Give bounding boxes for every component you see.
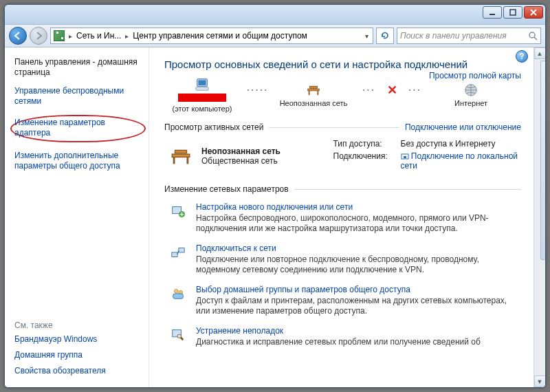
change-settings-header: Изменение сетевых параметров <box>164 184 521 194</box>
sidebar-sharing-link[interactable]: Изменить дополнительные параметры общего… <box>14 151 146 171</box>
node-internet[interactable]: Интернет <box>433 83 509 107</box>
tasks-list: Настройка нового подключения или сети На… <box>164 198 521 353</box>
search-input[interactable]: Поиск в панели управления <box>397 28 541 44</box>
task-troubleshoot[interactable]: Устранение неполадок Диагностика и испра… <box>164 322 521 353</box>
task-homegroup[interactable]: Выбор домашней группы и параметров общег… <box>164 281 521 322</box>
breadcrumb-part2[interactable]: Центр управления сетями и общим доступом <box>133 31 307 41</box>
minimize-icon <box>489 9 496 16</box>
ethernet-icon <box>401 152 409 160</box>
close-button[interactable] <box>524 6 543 19</box>
svg-point-2 <box>529 32 535 38</box>
seealso-homegroup-link[interactable]: Домашняя группа <box>14 350 146 360</box>
svg-rect-23 <box>173 294 184 298</box>
maximize-icon <box>509 9 516 16</box>
node-unknown-label: Неопознанная сеть <box>280 99 348 107</box>
search-placeholder: Поиск в панели управления <box>400 31 507 41</box>
task-desc: Диагностика и исправление сетевых пробле… <box>196 337 521 347</box>
svg-rect-9 <box>310 87 318 89</box>
connection-line-icon: ··· <box>355 85 383 95</box>
task-title[interactable]: Устранение неполадок <box>196 326 521 336</box>
connection-broken-icon: ✕ <box>387 83 397 98</box>
task-connect-network[interactable]: Подключиться к сети Подключение или повт… <box>164 239 521 281</box>
homegroup-icon <box>170 286 186 301</box>
sidebar: Панель управления - домашняя страница Уп… <box>5 47 149 387</box>
new-connection-icon <box>170 204 186 219</box>
seealso-firewall-link[interactable]: Брандмауэр Windows <box>14 334 146 345</box>
access-type-label: Тип доступа: <box>333 139 395 149</box>
maximize-button[interactable] <box>503 6 522 19</box>
sidebar-wireless-link[interactable]: Управление беспроводными сетями <box>14 86 146 107</box>
svg-rect-4 <box>199 80 206 85</box>
active-networks-header: Просмотр активных сетей Подключение или … <box>164 122 521 132</box>
close-icon <box>530 9 537 16</box>
active-networks-title: Просмотр активных сетей <box>164 122 263 132</box>
bench-icon <box>167 144 195 168</box>
svg-rect-5 <box>196 87 208 91</box>
chevron-right-icon: ▸ <box>67 32 74 40</box>
task-title[interactable]: Подключиться к сети <box>196 243 521 253</box>
access-type-value: Без доступа к Интернету <box>401 139 522 149</box>
svg-rect-1 <box>510 10 516 15</box>
node-unknown-network[interactable]: Неопознанная сеть <box>276 83 351 107</box>
refresh-button[interactable] <box>376 28 394 44</box>
svg-rect-8 <box>318 91 319 95</box>
main-panel: ? Просмотр основных сведений о сети и на… <box>149 47 534 387</box>
active-network-type: Общественная сеть <box>201 156 280 166</box>
navigation-bar: ▸ Сеть и Ин... ▸ Центр управления сетями… <box>5 24 545 47</box>
svg-rect-7 <box>309 91 310 95</box>
svg-rect-0 <box>490 14 495 15</box>
sidebar-home-link[interactable]: Панель управления - домашняя страница <box>14 57 146 78</box>
arrow-left-icon <box>13 31 23 41</box>
highlight-annotation: Изменение параметров адаптера <box>10 115 146 142</box>
change-settings-title: Изменение сетевых параметров <box>164 184 289 194</box>
connections-label: Подключения: <box>333 151 395 171</box>
page-title: Просмотр основных сведений о сети и наст… <box>164 58 521 70</box>
help-button[interactable]: ? <box>516 50 528 63</box>
task-title[interactable]: Настройка нового подключения или сети <box>196 202 521 212</box>
svg-rect-12 <box>173 157 175 164</box>
scroll-up-button[interactable]: ▲ <box>534 47 546 59</box>
address-bar[interactable]: ▸ Сеть и Ин... ▸ Центр управления сетями… <box>50 28 373 44</box>
connect-disconnect-link[interactable]: Подключение или отключение <box>405 122 521 132</box>
connection-line-icon: ····· <box>244 85 272 95</box>
bench-icon <box>306 83 321 98</box>
control-panel-icon <box>54 30 65 41</box>
nav-back-button[interactable] <box>9 27 27 45</box>
svg-rect-6 <box>308 89 320 91</box>
task-title[interactable]: Выбор домашней группы и параметров общег… <box>196 285 521 294</box>
see-also-title: См. также <box>14 320 146 330</box>
titlebar <box>5 5 545 24</box>
chevron-down-icon[interactable]: ▾ <box>364 32 370 40</box>
content-area: Панель управления - домашняя страница Уп… <box>5 47 545 387</box>
node-internet-label: Интернет <box>454 99 487 107</box>
chevron-down-icon: ▼ <box>537 378 543 385</box>
full-map-link[interactable]: Просмотр полной карты <box>429 71 521 80</box>
nav-forward-button[interactable] <box>30 27 47 45</box>
connection-line-icon: ··· <box>402 85 429 95</box>
vertical-scrollbar[interactable]: ▲ ▼ <box>534 47 545 387</box>
chevron-right-icon: ▸ <box>124 32 130 40</box>
svg-rect-11 <box>172 154 190 157</box>
troubleshoot-icon <box>170 327 186 342</box>
svg-point-25 <box>177 334 182 338</box>
redacted-pc-name <box>178 94 226 102</box>
node-this-pc[interactable]: (этот компьютер) <box>164 77 240 113</box>
task-new-connection[interactable]: Настройка нового подключения или сети На… <box>164 198 521 239</box>
svg-rect-16 <box>404 156 406 158</box>
lan-connection-link[interactable]: Подключение по локальной сети <box>401 151 522 171</box>
svg-point-21 <box>175 290 179 294</box>
question-icon: ? <box>519 52 524 61</box>
svg-rect-20 <box>179 248 184 252</box>
node-pc-subtitle: (этот компьютер) <box>172 105 232 113</box>
active-network-box: Неопознанная сеть Общественная сеть Тип … <box>164 136 521 175</box>
scroll-thumb[interactable] <box>540 61 545 260</box>
globe-icon <box>463 83 478 98</box>
arrow-right-icon <box>34 31 43 41</box>
minimize-button[interactable] <box>483 6 502 19</box>
breadcrumb-part1[interactable]: Сеть и Ин... <box>76 31 121 41</box>
svg-rect-14 <box>175 151 187 153</box>
scroll-down-button[interactable]: ▼ <box>534 375 546 387</box>
seealso-inetopts-link[interactable]: Свойства обозревателя <box>14 366 146 376</box>
sidebar-adapter-link[interactable]: Изменение параметров адаптера <box>14 118 105 138</box>
active-network-name: Неопознанная сеть <box>201 146 280 156</box>
